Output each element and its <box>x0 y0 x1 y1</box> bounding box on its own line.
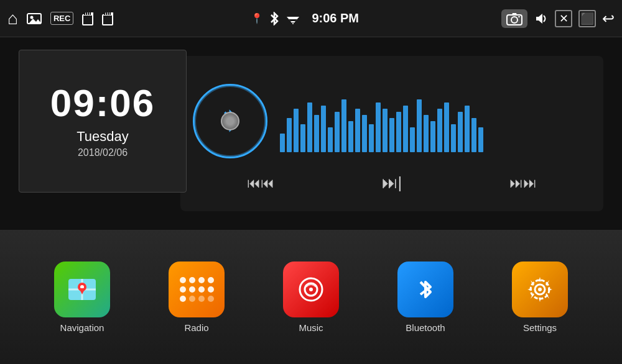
eq-bar <box>410 127 415 152</box>
svg-marker-24 <box>536 14 542 24</box>
svg-rect-3 <box>83 15 93 25</box>
music-player-widget: ⏮⏮⏭|⏭⏭ <box>180 56 603 211</box>
eq-bar <box>444 102 449 152</box>
dot <box>189 296 195 302</box>
music-label: Music <box>299 322 323 333</box>
rewind-button[interactable]: ⏮⏮ <box>247 175 274 191</box>
widgets-row: 09:06 Tuesday 2018/02/06 <box>0 37 622 230</box>
dot <box>180 286 186 293</box>
dot <box>189 277 195 283</box>
gallery-icon[interactable] <box>27 12 42 25</box>
radio-label: Radio <box>184 322 208 333</box>
bluetooth-app-icon <box>397 262 453 317</box>
navigation-icon <box>54 262 110 317</box>
camera-icon[interactable] <box>501 9 527 28</box>
clock-date: 2018/02/06 <box>78 147 128 158</box>
close-icon[interactable]: ✕ <box>555 10 572 27</box>
bluetooth-player-icon <box>193 84 267 158</box>
radio-dots-grid <box>180 277 214 302</box>
svg-rect-9 <box>103 15 113 25</box>
main-content: 09:06 Tuesday 2018/02/06 <box>0 37 622 364</box>
mirror-icon[interactable]: ⬛ <box>578 10 596 27</box>
svg-marker-22 <box>512 13 517 15</box>
app-bluetooth[interactable]: Bluetooth <box>397 262 453 333</box>
eq-bar <box>403 106 408 152</box>
location-icon[interactable]: 📍 <box>251 12 263 24</box>
settings-label: Settings <box>523 322 557 333</box>
eq-bar <box>294 109 299 152</box>
clock-day: Tuesday <box>77 129 129 145</box>
eq-bar <box>300 124 305 152</box>
svg-point-19 <box>292 23 294 24</box>
disc-icon <box>221 112 239 130</box>
top-bar: ⌂ REC <box>0 0 622 37</box>
play-pause-button[interactable]: ⏭| <box>382 173 402 193</box>
settings-icon <box>512 262 568 317</box>
rec-icon[interactable]: REC <box>50 12 73 25</box>
dot <box>208 286 214 293</box>
svg-rect-23 <box>518 16 520 17</box>
sd-card-1-icon[interactable] <box>82 12 93 25</box>
eq-bar <box>376 102 381 152</box>
back-icon[interactable]: ↩ <box>602 10 615 27</box>
eq-bar <box>335 112 340 152</box>
app-grid: Navigation <box>0 230 622 364</box>
eq-bar <box>478 127 483 152</box>
app-settings[interactable]: Settings <box>512 262 568 333</box>
dot <box>189 286 195 293</box>
svg-marker-2 <box>29 19 41 23</box>
eq-bar <box>362 115 367 152</box>
eq-bar <box>328 127 333 152</box>
volume-icon[interactable] <box>534 12 549 25</box>
clock-time: 09:06 <box>50 84 156 122</box>
home-icon[interactable]: ⌂ <box>7 9 18 29</box>
eq-bar <box>314 115 319 152</box>
dot <box>180 277 186 283</box>
svg-point-36 <box>538 288 542 291</box>
equalizer <box>280 90 585 152</box>
navigation-label: Navigation <box>60 322 104 333</box>
eq-bar <box>287 118 292 152</box>
eq-bar <box>389 118 394 152</box>
dot <box>208 296 214 302</box>
eq-bar <box>437 109 442 152</box>
app-navigation[interactable]: Navigation <box>54 262 110 333</box>
fast-forward-button[interactable]: ⏭⏭ <box>509 175 537 191</box>
dot <box>198 296 205 302</box>
bluetooth-label: Bluetooth <box>406 322 445 333</box>
eq-bar <box>369 124 374 152</box>
eq-bar <box>321 106 326 152</box>
eq-bar <box>424 115 429 152</box>
dot <box>198 277 205 283</box>
clock-widget: 09:06 Tuesday 2018/02/06 <box>19 50 187 193</box>
radio-icon <box>169 262 225 317</box>
eq-bar <box>348 121 353 152</box>
dot <box>180 296 186 302</box>
wifi-icon[interactable] <box>285 13 300 24</box>
dot <box>198 286 205 293</box>
eq-bar <box>458 112 463 152</box>
dot <box>208 277 214 283</box>
music-icon <box>283 262 339 317</box>
app-music[interactable]: Music <box>283 262 339 333</box>
app-radio[interactable]: Radio <box>169 262 225 333</box>
eq-bar <box>280 134 285 152</box>
eq-bar <box>355 109 360 152</box>
status-time: 9:06 PM <box>312 11 359 25</box>
eq-bar <box>430 121 435 152</box>
eq-bar <box>396 112 401 152</box>
eq-bar <box>417 99 422 152</box>
eq-bar <box>307 102 312 152</box>
eq-bar <box>341 99 346 152</box>
svg-point-34 <box>309 288 313 291</box>
svg-point-21 <box>511 17 518 23</box>
sd-card-2-icon[interactable] <box>102 12 113 25</box>
eq-bar <box>465 106 470 152</box>
eq-bar <box>451 124 456 152</box>
eq-bar <box>383 109 388 152</box>
svg-point-1 <box>30 16 33 19</box>
bluetooth-status-icon <box>269 12 279 25</box>
eq-bar <box>471 118 476 152</box>
